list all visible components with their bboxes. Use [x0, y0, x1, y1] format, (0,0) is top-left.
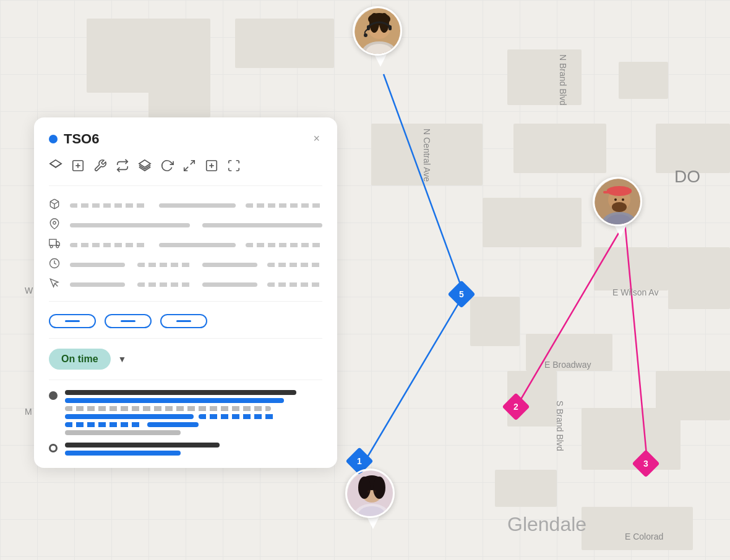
- list-section: [49, 390, 322, 456]
- text-line: [65, 451, 181, 456]
- text-line: [65, 398, 284, 403]
- repeat-icon[interactable]: [116, 159, 129, 176]
- panel-title: TSO6: [49, 131, 99, 147]
- street-label-e-broadway: E Broadway: [544, 360, 591, 370]
- text-line: [65, 422, 142, 427]
- status-badge[interactable]: On time: [49, 349, 111, 370]
- svg-rect-15: [607, 189, 632, 193]
- wrench-icon[interactable]: [93, 159, 107, 176]
- text-line: [199, 414, 276, 419]
- street-label-n-brand-blvd: N Brand Blvd: [558, 54, 568, 105]
- fullscreen-icon[interactable]: [227, 159, 241, 176]
- text-line: [65, 406, 271, 411]
- truck-icon: [49, 238, 62, 252]
- add-box2-icon[interactable]: [205, 159, 218, 176]
- avatar-worker: [593, 177, 648, 245]
- street-label-s-brand-blvd: S Brand Blvd: [555, 401, 565, 451]
- street-label-n-central-ave: N Central Ave: [422, 129, 432, 182]
- package-icon: [49, 198, 62, 212]
- info-row-package: [49, 198, 322, 212]
- action-button-2[interactable]: [105, 314, 152, 328]
- info-row-tools: [49, 278, 322, 291]
- svg-point-13: [612, 202, 627, 212]
- list-content-1: [65, 390, 322, 435]
- action-buttons: [49, 314, 322, 339]
- street-label-do: DO: [674, 167, 700, 187]
- svg-rect-41: [49, 239, 56, 245]
- avatar-office: [345, 469, 401, 537]
- text-line: [65, 390, 296, 395]
- info-rows: [49, 198, 322, 302]
- svg-point-24: [358, 477, 371, 499]
- svg-point-44: [56, 245, 59, 248]
- svg-point-40: [53, 221, 56, 224]
- title-dot: [49, 135, 58, 143]
- text-line: [65, 414, 194, 419]
- toolbar: [49, 159, 322, 186]
- svg-marker-29: [50, 160, 61, 168]
- tools-icon: [49, 278, 62, 291]
- svg-point-43: [50, 245, 53, 248]
- text-line: [65, 443, 220, 448]
- list-bullet-1: [49, 391, 58, 400]
- avatar-dispatcher: [353, 6, 408, 74]
- action-button-3[interactable]: [160, 314, 207, 328]
- city-label-glendale: Glendale: [507, 513, 586, 536]
- clock-icon: [49, 258, 62, 271]
- svg-point-26: [367, 490, 370, 493]
- street-label-e-colorado: E Colorad: [625, 532, 663, 541]
- panel-title-text: TSO6: [64, 131, 99, 147]
- svg-marker-42: [56, 242, 59, 245]
- svg-point-17: [614, 198, 617, 201]
- info-row-location: [49, 218, 322, 232]
- list-item-2: [49, 443, 322, 456]
- svg-point-8: [364, 33, 367, 37]
- street-label-e-wilson: E Wilson Av: [612, 287, 658, 297]
- text-line: [65, 430, 181, 435]
- status-row: On time ▼: [49, 349, 322, 380]
- panel-header: TSO6 ×: [49, 130, 322, 148]
- list-item-1: [49, 390, 322, 435]
- list-bullet-2: [49, 444, 58, 452]
- svg-rect-7: [389, 25, 392, 30]
- detail-panel: TSO6 ×: [34, 117, 337, 468]
- svg-point-18: [622, 198, 624, 201]
- svg-point-25: [373, 477, 385, 499]
- layers2-icon[interactable]: [138, 159, 152, 176]
- street-label-m: M: [25, 407, 32, 417]
- list-content-2: [65, 443, 322, 456]
- info-row-clock: [49, 258, 322, 271]
- svg-rect-16: [603, 191, 611, 193]
- expand-icon[interactable]: [182, 159, 196, 176]
- svg-line-34: [191, 161, 194, 164]
- info-row-truck: [49, 238, 322, 252]
- refresh-icon[interactable]: [160, 159, 174, 176]
- action-button-1[interactable]: [49, 314, 96, 328]
- add-box-icon[interactable]: [71, 159, 85, 176]
- svg-line-35: [184, 167, 188, 171]
- location-icon: [49, 218, 62, 232]
- close-button[interactable]: ×: [311, 130, 322, 148]
- status-chevron[interactable]: ▼: [118, 354, 127, 364]
- layers-icon[interactable]: [49, 159, 62, 176]
- svg-point-27: [374, 490, 376, 493]
- text-line: [147, 422, 199, 427]
